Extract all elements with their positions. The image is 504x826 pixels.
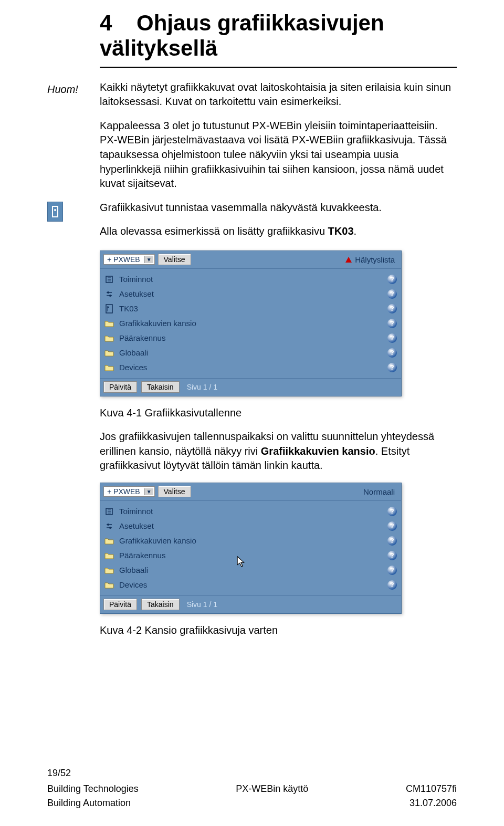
list-item-label: Grafikkakuvien kansio bbox=[119, 536, 382, 545]
folder-icon bbox=[104, 536, 114, 546]
device-select[interactable]: + PXWEB ▼ bbox=[103, 254, 155, 265]
paragraph-folder: Jos grafiikkasivujen tallennuspaikaksi o… bbox=[100, 430, 457, 473]
list-item[interactable]: Devices? bbox=[100, 578, 401, 592]
help-icon[interactable]: ? bbox=[387, 551, 397, 560]
list-item[interactable]: Globaali? bbox=[100, 563, 401, 578]
list-item-label: Asetukset bbox=[119, 289, 382, 298]
footer-doc-id: CM110757fi bbox=[406, 782, 457, 796]
paivita-button[interactable]: Päivitä bbox=[103, 381, 137, 393]
list-item-label: TK03 bbox=[119, 304, 382, 313]
valitse-button[interactable]: Valitse bbox=[158, 486, 191, 497]
list-item[interactable]: Asetukset? bbox=[100, 519, 401, 534]
help-icon[interactable]: ? bbox=[387, 304, 397, 313]
alarm-status[interactable]: Hälytyslista bbox=[345, 255, 398, 264]
section-title-line2: välityksellä bbox=[100, 36, 217, 60]
list-item[interactable]: Grafikkakuvien kansio? bbox=[100, 534, 401, 548]
help-icon[interactable]: ? bbox=[387, 580, 397, 590]
nav-list-1: Toiminnot?Asetukset?TK03?Grafikkakuvien … bbox=[100, 269, 401, 375]
list-item[interactable]: Asetukset? bbox=[100, 287, 401, 301]
folder-icon bbox=[104, 333, 114, 343]
device-select-label: + PXWEB bbox=[107, 255, 140, 264]
section-number: 4 bbox=[100, 11, 112, 35]
chevron-down-icon: ▼ bbox=[144, 488, 153, 495]
list-item-label: Asetukset bbox=[119, 521, 382, 530]
ui-panel-1: + PXWEB ▼ Valitse Hälytyslista Toiminnot… bbox=[100, 250, 402, 396]
list-item-label: Toiminnot bbox=[119, 507, 382, 516]
list-item[interactable]: Toiminnot? bbox=[100, 504, 401, 519]
help-icon[interactable]: ? bbox=[387, 289, 397, 299]
help-icon[interactable]: ? bbox=[387, 275, 397, 284]
ui-footer: Päivitä Takaisin Sivu 1 / 1 bbox=[100, 595, 401, 613]
nav-list-2: Toiminnot?Asetukset?Grafikkakuvien kansi… bbox=[100, 501, 401, 592]
list-item[interactable]: TK03? bbox=[100, 301, 401, 316]
footer-org-1: Building Technologies bbox=[47, 782, 139, 796]
list-item-label: Grafikkakuvien kansio bbox=[119, 319, 382, 328]
list-item-label: Toiminnot bbox=[119, 275, 382, 284]
valitse-button[interactable]: Valitse bbox=[158, 254, 191, 265]
list-item-label: Päärakennus bbox=[119, 333, 382, 342]
footer-date: 31.07.2006 bbox=[410, 796, 457, 810]
list-item[interactable]: Grafikkakuvien kansio? bbox=[100, 316, 401, 331]
help-icon[interactable]: ? bbox=[387, 566, 397, 575]
paragraph-example: Alla olevassa esimerkissä on lisätty gra… bbox=[100, 224, 457, 239]
list-item[interactable]: Toiminnot? bbox=[100, 272, 401, 287]
normal-status[interactable]: Normaali bbox=[363, 487, 398, 496]
takaisin-button[interactable]: Takaisin bbox=[141, 381, 180, 393]
list-item[interactable]: Globaali? bbox=[100, 346, 401, 360]
footer-org-2: Building Automation bbox=[47, 796, 131, 810]
footer-page-number: 19/52 bbox=[47, 768, 457, 779]
page-footer: 19/52 Building Technologies PX-WEBin käy… bbox=[47, 768, 457, 810]
folder-icon bbox=[104, 551, 114, 560]
graphic-page-icon bbox=[47, 202, 63, 222]
list-item-label: Globaali bbox=[119, 348, 382, 357]
slider-icon bbox=[104, 289, 114, 299]
list-item-label: Globaali bbox=[119, 566, 382, 574]
list-item-label: Päärakennus bbox=[119, 551, 382, 560]
figure-caption-2: Kuva 4-2 Kansio grafiikkasivuja varten bbox=[100, 624, 457, 636]
help-icon[interactable]: ? bbox=[387, 507, 397, 516]
ui-panel-2: + PXWEB ▼ Valitse Normaali Toiminnot?Ase… bbox=[100, 483, 402, 614]
help-icon[interactable]: ? bbox=[387, 348, 397, 358]
folder-icon bbox=[104, 566, 114, 575]
ui-toolbar: + PXWEB ▼ Valitse Normaali bbox=[100, 483, 401, 501]
help-icon[interactable]: ? bbox=[387, 363, 397, 372]
ui-toolbar: + PXWEB ▼ Valitse Hälytyslista bbox=[100, 251, 401, 269]
normal-status-label: Normaali bbox=[363, 487, 395, 496]
device-select-label: + PXWEB bbox=[107, 487, 140, 496]
help-icon[interactable]: ? bbox=[387, 319, 397, 328]
figure-caption-1: Kuva 4-1 Grafiikkasivutallenne bbox=[100, 407, 457, 419]
takaisin-button[interactable]: Takaisin bbox=[141, 599, 180, 610]
paragraph-detail: Kappaleessa 3 olet jo tutustunut PX-WEBi… bbox=[100, 119, 457, 191]
chevron-down-icon: ▼ bbox=[144, 256, 153, 263]
list-item-label: Devices bbox=[119, 580, 382, 589]
svg-point-1 bbox=[107, 291, 109, 294]
help-icon[interactable]: ? bbox=[387, 536, 397, 546]
paivita-button[interactable]: Päivitä bbox=[103, 599, 137, 610]
list-item[interactable]: Devices? bbox=[100, 360, 401, 375]
svg-point-6 bbox=[107, 524, 109, 526]
heading-rule bbox=[100, 67, 457, 68]
ui-footer: Päivitä Takaisin Sivu 1 / 1 bbox=[100, 378, 401, 396]
footer-doc-title: PX-WEBin käyttö bbox=[236, 782, 308, 796]
folder-icon bbox=[104, 580, 114, 590]
list-item[interactable]: Päärakennus? bbox=[100, 331, 401, 346]
section-heading: 4 Ohjaus grafiikkasivujen välityksellä bbox=[100, 11, 457, 61]
page-indicator: Sivu 1 / 1 bbox=[187, 383, 217, 391]
section-title-line1: Ohjaus grafiikkasivujen bbox=[136, 11, 384, 35]
svg-point-2 bbox=[109, 295, 111, 297]
help-icon[interactable]: ? bbox=[387, 521, 397, 531]
slider-icon bbox=[104, 521, 114, 531]
graphic-icon bbox=[104, 304, 114, 313]
page-indicator: Sivu 1 / 1 bbox=[187, 600, 217, 609]
margin-note-huom: Huom! bbox=[47, 83, 90, 96]
list-item[interactable]: Päärakennus? bbox=[100, 548, 401, 563]
device-select[interactable]: + PXWEB ▼ bbox=[103, 486, 155, 497]
svg-point-7 bbox=[109, 527, 111, 529]
paragraph-intro: Kaikki näytetyt grafiikkakuvat ovat lait… bbox=[100, 80, 457, 109]
svg-rect-3 bbox=[106, 305, 112, 313]
config-icon bbox=[104, 275, 114, 284]
alarm-icon bbox=[345, 257, 352, 263]
folder-icon bbox=[104, 363, 114, 372]
help-icon[interactable]: ? bbox=[387, 333, 397, 343]
config-icon bbox=[104, 507, 114, 516]
